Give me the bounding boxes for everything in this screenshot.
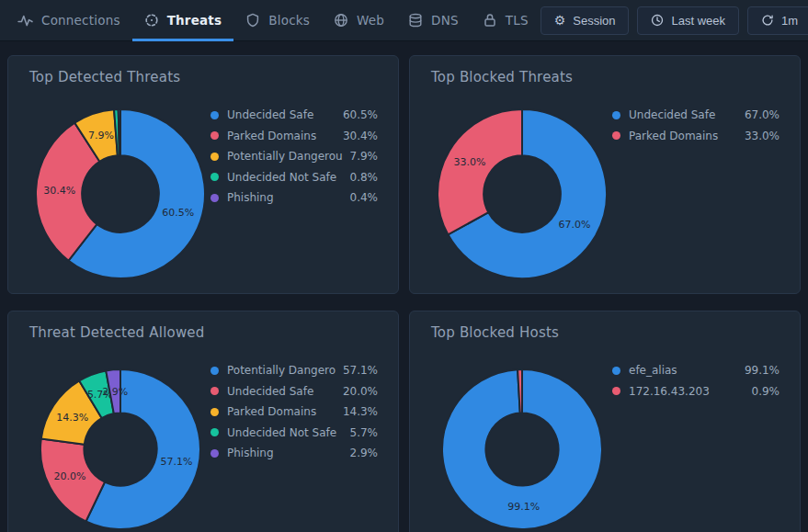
legend-dot (211, 173, 219, 181)
legend-dot (612, 367, 620, 375)
legend-label: Undecided Not Safe (227, 171, 343, 184)
legend-item[interactable]: Undecided Not Safe0.8% (211, 167, 378, 188)
tab-web[interactable]: Web (322, 0, 396, 40)
panel-threat-detected-allowed: Threat Detected Allowed 57.1%20.0%14.3%5… (7, 311, 399, 532)
legend-label: Undecided Safe (227, 108, 336, 121)
session-button-label: Session (573, 14, 615, 28)
legend-label: Phishing (227, 191, 343, 204)
legend-item[interactable]: 172.16.43.2030.9% (612, 381, 780, 402)
legend-dot (211, 131, 219, 140)
time-range-button[interactable]: Last week (637, 6, 739, 35)
legend-item[interactable]: Potentially Dangerous7.9% (211, 146, 378, 167)
tab-label: TLS (506, 13, 529, 28)
legend-dot (211, 428, 219, 436)
legend-dot (211, 387, 219, 395)
legend-percent: 2.9% (350, 447, 379, 459)
legend-dot (612, 131, 620, 140)
target-icon (144, 13, 159, 28)
tab-label: DNS (431, 13, 459, 28)
slice-percent-label: 33.0% (454, 156, 486, 168)
legend-dot (211, 367, 219, 375)
refresh-icon (761, 14, 774, 27)
legend-percent: 0.9% (752, 385, 780, 398)
legend-label: Potentially Dangerous (227, 150, 343, 163)
legend-percent: 67.0% (745, 108, 780, 121)
tab-label: Web (357, 13, 384, 28)
slice-percent-label: 7.9% (88, 130, 114, 141)
tab-label: Blocks (268, 13, 310, 28)
header-toolbar: ⚙ Session Last week 1m (541, 0, 808, 40)
legend-label: Phishing (227, 447, 343, 459)
slice-percent-label: 14.3% (56, 412, 88, 424)
dashboard-grid: Top Detected Threats 60.5%30.4%7.9% Unde… (0, 41, 808, 532)
tab-label: Threats (167, 13, 222, 28)
legend-dot (211, 153, 219, 161)
legend-label: Undecided Not Safe (227, 426, 343, 439)
legend-percent: 5.7% (350, 426, 379, 439)
slice-percent-label: 20.0% (53, 470, 85, 482)
tab-blocks[interactable]: Blocks (233, 0, 322, 40)
legend-dot (612, 387, 620, 395)
legend-percent: 14.3% (343, 405, 378, 418)
legend-dot (211, 408, 219, 416)
donut-chart-top-blocked-threats: 67.0%33.0% (410, 56, 800, 291)
slice-percent-label: 99.1% (507, 501, 540, 513)
legend-label: Parked Domains (227, 405, 336, 418)
legend-item[interactable]: Undecided Safe67.0% (612, 105, 780, 126)
legend-percent: 99.1% (745, 364, 780, 377)
legend-percent: 60.5% (343, 108, 378, 121)
legend-item[interactable]: Phishing2.9% (211, 443, 378, 464)
legend-label: efe_alias (629, 364, 737, 377)
time-range-label: Last week (671, 14, 725, 28)
legend-item[interactable]: Undecided Safe20.0% (211, 381, 378, 402)
legend-item[interactable]: Undecided Safe60.5% (211, 105, 378, 126)
legend-item[interactable]: Phishing0.4% (211, 187, 378, 209)
tab-tls[interactable]: TLS (471, 0, 541, 40)
tab-dns[interactable]: DNS (396, 0, 471, 40)
legend-item[interactable]: Parked Domains30.4% (211, 126, 378, 147)
legend-dot (211, 449, 219, 458)
legend-percent: 7.9% (350, 150, 379, 163)
main-nav: Connections Threats Blocks Web (6, 0, 541, 40)
tab-threats[interactable]: Threats (132, 0, 234, 40)
legend-item[interactable]: Potentially Dangerous57.1% (211, 360, 378, 381)
refresh-interval-button[interactable]: 1m (747, 6, 808, 35)
legend-dot (211, 111, 219, 119)
legend-percent: 33.0% (745, 130, 780, 142)
clock-icon (651, 14, 664, 27)
legend-percent: 57.1% (343, 364, 378, 377)
donut-slice[interactable] (119, 109, 120, 155)
slice-percent-label: 67.0% (559, 219, 591, 231)
lock-icon (483, 13, 497, 28)
legend-dot (612, 111, 620, 119)
legend-item[interactable]: Parked Domains33.0% (612, 126, 780, 147)
legend-label: 172.16.43.203 (629, 385, 745, 398)
slice-percent-label: 2.9% (102, 386, 128, 398)
tab-label: Connections (41, 13, 120, 28)
legend-label: Parked Domains (629, 130, 737, 142)
globe-icon (334, 13, 348, 28)
donut-slice[interactable] (438, 109, 522, 234)
activity-icon (17, 13, 33, 28)
slice-percent-label: 30.4% (43, 185, 75, 197)
session-button[interactable]: ⚙ Session (541, 6, 630, 35)
legend-percent: 20.0% (343, 385, 378, 398)
legend-label: Potentially Dangerous (227, 364, 336, 377)
refresh-interval-label: 1m (781, 14, 798, 28)
donut-chart-top-blocked-hosts: 99.1% (410, 311, 800, 532)
legend-label: Parked Domains (227, 130, 336, 142)
legend-label: Undecided Safe (227, 385, 336, 398)
chart-legend: efe_alias99.1%172.16.43.2030.9% (612, 360, 780, 402)
slice-percent-label: 57.1% (161, 456, 193, 468)
legend-item[interactable]: Parked Domains14.3% (211, 402, 378, 423)
legend-percent: 0.8% (350, 171, 379, 184)
tab-connections[interactable]: Connections (6, 0, 132, 40)
panel-top-detected-threats: Top Detected Threats 60.5%30.4%7.9% Unde… (7, 55, 399, 294)
legend-item[interactable]: efe_alias99.1% (612, 360, 780, 381)
database-icon (408, 13, 423, 28)
gear-icon: ⚙ (554, 14, 566, 27)
legend-item[interactable]: Undecided Not Safe5.7% (211, 423, 378, 444)
panel-top-blocked-threats: Top Blocked Threats 67.0%33.0% Undecided… (409, 55, 801, 294)
panel-top-blocked-hosts: Top Blocked Hosts 99.1% efe_alias99.1%17… (409, 311, 801, 532)
chart-legend: Undecided Safe67.0%Parked Domains33.0% (612, 105, 780, 146)
